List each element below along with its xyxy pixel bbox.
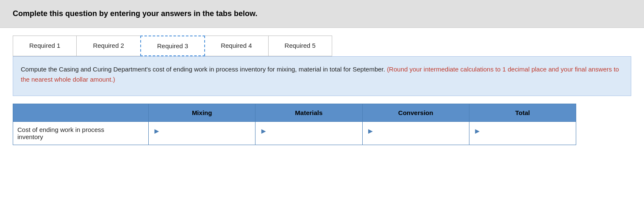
total-arrow-icon: ► <box>474 127 481 136</box>
description-note: (Round your intermediate calculations to… <box>21 66 619 83</box>
tab-required-1[interactable]: Required 1 <box>13 36 77 56</box>
tab-required-3[interactable]: Required 3 <box>140 36 205 56</box>
conversion-arrow-icon: ► <box>367 127 375 136</box>
table-wrapper: Mixing Materials Conversion Total Cost o… <box>13 104 631 145</box>
mixing-arrow-icon: ► <box>153 127 161 136</box>
materials-cell[interactable]: ► <box>255 122 362 145</box>
materials-arrow-icon: ► <box>260 127 267 136</box>
header-bar: Complete this question by entering your … <box>0 0 644 28</box>
description-main: Compute the Casing and Curing Department… <box>21 64 623 85</box>
col-header-label <box>13 104 149 122</box>
total-cell[interactable]: ► <box>469 122 576 145</box>
mixing-cell[interactable]: ► <box>149 122 255 145</box>
col-header-conversion: Conversion <box>362 104 469 122</box>
tab-required-4[interactable]: Required 4 <box>205 36 268 56</box>
table-row: Cost of ending work in processinventory … <box>13 122 576 145</box>
materials-input[interactable] <box>269 127 358 134</box>
col-header-mixing: Mixing <box>149 104 255 122</box>
total-input[interactable] <box>483 127 572 134</box>
conversion-input[interactable] <box>376 127 464 134</box>
instruction-text: Complete this question by entering your … <box>13 9 631 18</box>
table-header-row: Mixing Materials Conversion Total <box>13 104 576 122</box>
mixing-input[interactable] <box>162 127 251 134</box>
col-header-total: Total <box>469 104 576 122</box>
cost-table: Mixing Materials Conversion Total Cost o… <box>13 104 576 145</box>
conversion-cell[interactable]: ► <box>362 122 469 145</box>
row-label: Cost of ending work in processinventory <box>13 122 149 145</box>
tab-required-2[interactable]: Required 2 <box>77 36 140 56</box>
col-header-materials: Materials <box>255 104 362 122</box>
content-area: Compute the Casing and Curing Department… <box>13 56 631 96</box>
tab-required-5[interactable]: Required 5 <box>269 36 332 56</box>
